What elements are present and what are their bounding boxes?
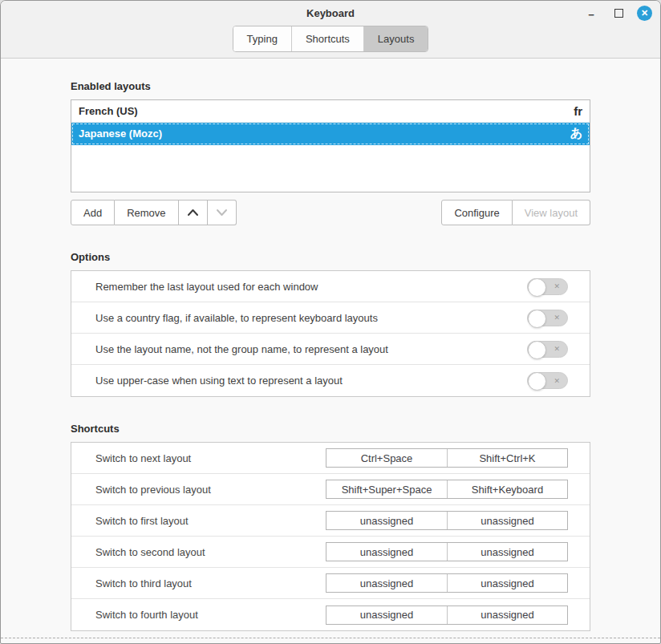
option-label: Use upper-case when using text to repres… [95, 375, 527, 387]
keybinding-cell[interactable]: unassigned [326, 606, 447, 624]
toggle-knob [528, 341, 546, 359]
keybinding-cell[interactable]: Shift+Ctrl+K [447, 449, 567, 467]
tab-shortcuts[interactable]: Shortcuts [291, 26, 363, 51]
add-layout-button[interactable]: Add [71, 200, 115, 225]
keybinding-cell[interactable]: Shift+Super+Space [326, 480, 447, 498]
toggle-off-x-icon: ✕ [554, 314, 560, 322]
toggle-remember-last-layout[interactable]: ✕ [527, 278, 568, 295]
keybinding-cell[interactable]: Ctrl+Space [326, 449, 447, 467]
binding-group: unassigned unassigned [326, 542, 568, 561]
shortcut-row-next-layout: Switch to next layout Ctrl+Space Shift+C… [71, 443, 590, 474]
option-label: Use the layout name, not the group name,… [95, 343, 527, 355]
maximize-button[interactable] [610, 5, 627, 22]
keybinding-cell[interactable]: unassigned [447, 512, 567, 529]
chevron-down-icon [216, 209, 228, 217]
shortcuts-box: Switch to next layout Ctrl+Space Shift+C… [71, 442, 590, 631]
option-label: Use a country flag, if available, to rep… [95, 312, 527, 324]
toggle-knob [528, 310, 546, 328]
remove-layout-button[interactable]: Remove [115, 200, 178, 225]
keybinding-cell[interactable]: unassigned [447, 543, 567, 561]
maximize-icon [614, 9, 623, 18]
shortcut-label: Switch to fourth layout [95, 609, 326, 621]
layout-config-button-group: Configure View layout [441, 200, 590, 225]
toggle-off-x-icon: ✕ [554, 377, 560, 385]
shortcut-label: Switch to previous layout [95, 484, 326, 496]
toggle-off-x-icon: ✕ [554, 345, 560, 353]
options-heading: Options [71, 251, 590, 263]
binding-group: unassigned unassigned [326, 606, 568, 625]
toggle-knob [528, 372, 546, 391]
window-controls: − ✕ [582, 1, 652, 26]
tab-layouts[interactable]: Layouts [363, 26, 428, 51]
layout-edit-button-group: Add Remove [71, 200, 237, 225]
layout-name: French (US) [79, 105, 574, 117]
keybinding-cell[interactable]: unassigned [447, 574, 567, 592]
shortcut-row-third-layout: Switch to third layout unassigned unassi… [71, 568, 590, 599]
option-label: Remember the last layout used for each w… [95, 281, 527, 293]
keybinding-cell[interactable]: unassigned [326, 512, 447, 529]
option-row-upper-case: Use upper-case when using text to repres… [71, 365, 590, 396]
keybinding-cell[interactable]: Shift+Keyboard [447, 480, 567, 498]
layout-indicator: あ [570, 126, 582, 141]
window-title: Keyboard [1, 7, 660, 19]
configure-button[interactable]: Configure [441, 200, 512, 225]
layout-name: Japanese (Mozc) [79, 128, 570, 140]
move-layout-up-button[interactable] [179, 200, 208, 225]
tab-typing[interactable]: Typing [233, 26, 291, 51]
layouts-page: Enabled layouts French (US) fr Japanese … [1, 80, 660, 631]
chevron-up-icon [187, 209, 199, 217]
titlebar: Keyboard − ✕ [1, 1, 660, 26]
layout-list-toolbar: Add Remove Configure View layout [71, 200, 590, 225]
enabled-layouts-heading: Enabled layouts [71, 80, 590, 92]
shortcuts-heading: Shortcuts [71, 423, 590, 435]
shortcut-label: Switch to second layout [95, 546, 326, 558]
binding-group: Shift+Super+Space Shift+Keyboard [326, 480, 568, 499]
shortcut-label: Switch to next layout [95, 452, 326, 464]
bottom-resize-separator [1, 638, 660, 638]
keybinding-cell[interactable]: unassigned [326, 543, 447, 561]
binding-group: unassigned unassigned [326, 511, 568, 530]
binding-group: unassigned unassigned [326, 573, 568, 593]
shortcut-label: Switch to first layout [95, 515, 326, 527]
keyboard-settings-window: Keyboard − ✕ Typing Shortcuts Layouts En… [0, 0, 661, 644]
shortcut-row-previous-layout: Switch to previous layout Shift+Super+Sp… [71, 474, 590, 505]
layout-row-french-us[interactable]: French (US) fr [71, 100, 590, 123]
binding-group: Ctrl+Space Shift+Ctrl+K [326, 448, 568, 468]
toggle-knob [528, 278, 546, 297]
minimize-button[interactable]: − [582, 5, 600, 22]
option-row-remember-last-layout: Remember the last layout used for each w… [71, 271, 590, 302]
view-layout-button[interactable]: View layout [513, 200, 590, 225]
move-layout-down-button[interactable] [208, 200, 237, 225]
shortcut-label: Switch to third layout [95, 577, 326, 589]
tab-bar: Typing Shortcuts Layouts [1, 26, 660, 52]
toggle-layout-name[interactable]: ✕ [527, 341, 568, 358]
close-button[interactable]: ✕ [637, 6, 652, 21]
toggle-upper-case[interactable]: ✕ [527, 372, 568, 389]
option-row-layout-name: Use the layout name, not the group name,… [71, 334, 590, 365]
shortcut-row-second-layout: Switch to second layout unassigned unass… [71, 537, 590, 568]
option-row-country-flag: Use a country flag, if available, to rep… [71, 302, 590, 334]
keybinding-cell[interactable]: unassigned [447, 606, 567, 624]
toggle-off-x-icon: ✕ [554, 282, 560, 290]
window-header: Keyboard − ✕ Typing Shortcuts Layouts [1, 1, 660, 59]
toggle-country-flag[interactable]: ✕ [527, 310, 568, 326]
close-icon: ✕ [641, 8, 648, 18]
tab-switcher: Typing Shortcuts Layouts [233, 26, 429, 52]
enabled-layouts-list[interactable]: French (US) fr Japanese (Mozc) あ [71, 99, 590, 192]
options-box: Remember the last layout used for each w… [71, 270, 590, 397]
keybinding-cell[interactable]: unassigned [326, 574, 447, 592]
layout-row-japanese-mozc[interactable]: Japanese (Mozc) あ [71, 123, 590, 145]
shortcut-row-fourth-layout: Switch to fourth layout unassigned unass… [71, 599, 590, 630]
shortcut-row-first-layout: Switch to first layout unassigned unassi… [71, 505, 590, 537]
layout-indicator: fr [574, 104, 582, 118]
